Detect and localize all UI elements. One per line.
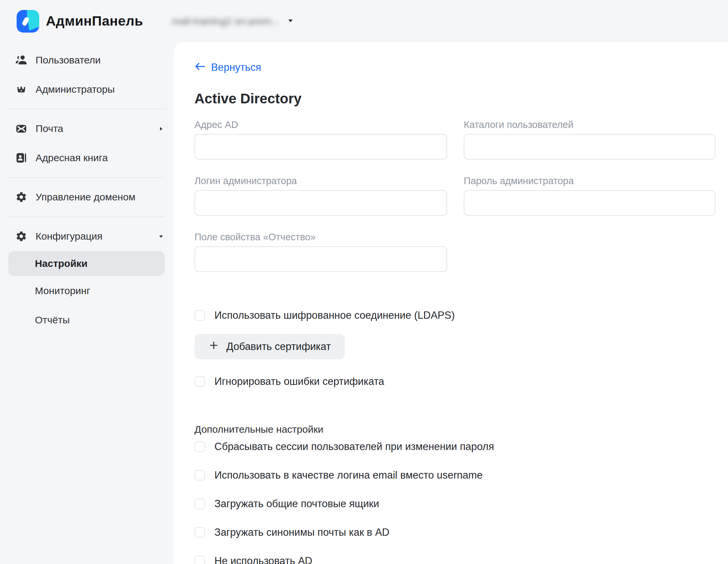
- sidebar-subitem-label: Отчёты: [35, 314, 70, 326]
- field-middle-name-property: Поле свойства «Отчество»: [194, 231, 447, 272]
- workspace-selector[interactable]: mail-training2 on-prem...: [172, 16, 294, 27]
- sidebar-divider: [8, 109, 165, 109]
- crown-icon: [15, 83, 28, 96]
- arrow-left-icon: [194, 61, 206, 73]
- admin-password-input[interactable]: [464, 190, 715, 216]
- field-label: Пароль администратора: [464, 175, 715, 187]
- user-directories-input[interactable]: [464, 134, 715, 160]
- sidebar-item-users[interactable]: Пользователи: [0, 46, 174, 75]
- gear-icon: [15, 230, 28, 243]
- email-as-login-checkbox[interactable]: [194, 470, 205, 481]
- page-title: Active Directory: [194, 91, 715, 107]
- sidebar-item-label: Пользователи: [36, 55, 101, 66]
- ignore-cert-checkbox[interactable]: [194, 376, 205, 387]
- sidebar-subitem-monitoring[interactable]: Мониторинг: [8, 278, 165, 303]
- sidebar-item-label: Администраторы: [36, 84, 115, 95]
- app-logo: [17, 10, 39, 33]
- email-as-login-checkbox-row: Использовать в качестве логина email вме…: [194, 469, 715, 482]
- shared-mailboxes-checkbox-row: Загружать общие почтовые ящики: [194, 498, 715, 510]
- field-label: Логин администратора: [194, 175, 447, 187]
- mail-aliases-checkbox-row: Загружать синонимы почты как в AD: [194, 526, 715, 539]
- sidebar-item-mail[interactable]: Почта: [0, 114, 174, 143]
- address-book-icon: [15, 152, 28, 164]
- sidebar-item-label: Конфигурация: [36, 231, 102, 242]
- checkbox-label: Не использовать AD: [214, 555, 312, 564]
- checkbox-label: Загружать общие почтовые ящики: [214, 498, 379, 510]
- field-label: Каталоги пользователей: [464, 119, 715, 131]
- ldaps-checkbox[interactable]: [194, 310, 205, 321]
- sidebar-item-label: Управление доменом: [36, 191, 135, 203]
- ldaps-checkbox-row: Использовать шифрованное соединение (LDA…: [194, 309, 715, 322]
- checkbox-label: Загружать синонимы почты как в AD: [214, 526, 390, 539]
- extra-settings-list: Сбрасывать сессии пользователей при изме…: [194, 440, 715, 564]
- chevron-right-icon: [158, 126, 164, 132]
- extra-settings-title: Дополнительные настройки: [194, 423, 715, 436]
- mail-aliases-checkbox[interactable]: [194, 527, 205, 538]
- sidebar-subitem-label: Мониторинг: [35, 285, 90, 296]
- no-ad-checkbox-row: Не использовать AD: [194, 555, 715, 564]
- sidebar-item-address-book[interactable]: Адресная книга: [0, 143, 174, 172]
- field-ad-address: Адрес AD: [194, 119, 447, 160]
- sidebar-subitem-label: Настройки: [35, 258, 87, 269]
- sidebar-subitem-reports[interactable]: Отчёты: [8, 307, 165, 333]
- app-title: АдминПанель: [46, 13, 143, 29]
- middle-name-property-input[interactable]: [194, 246, 447, 272]
- sidebar-divider: [8, 216, 165, 217]
- top-bar: АдминПанель mail-training2 on-prem...: [0, 0, 728, 42]
- field-admin-password: Пароль администратора: [464, 175, 715, 216]
- gear-icon: [15, 191, 28, 203]
- add-certificate-button[interactable]: Добавить сертификат: [194, 334, 345, 359]
- ignore-cert-checkbox-label: Игнорировать ошибки сертификата: [214, 375, 384, 388]
- no-ad-checkbox[interactable]: [194, 556, 205, 564]
- ad-address-input[interactable]: [194, 134, 447, 160]
- plus-icon: [208, 340, 219, 353]
- field-label: Адрес AD: [194, 119, 447, 131]
- sidebar-item-domain-management[interactable]: Управление доменом: [0, 182, 174, 212]
- reset-sessions-checkbox-row: Сбрасывать сессии пользователей при изме…: [194, 440, 715, 453]
- checkbox-label: Использовать в качестве логина email вме…: [214, 469, 483, 482]
- field-admin-login: Логин администратора: [194, 175, 447, 216]
- back-link[interactable]: Вернуться: [194, 61, 261, 74]
- sidebar-item-admins[interactable]: Администраторы: [0, 75, 174, 104]
- field-user-directories: Каталоги пользователей: [464, 119, 715, 160]
- field-label: Поле свойства «Отчество»: [194, 231, 447, 243]
- workspace-name: mail-training2 on-prem...: [172, 16, 280, 27]
- sidebar-item-label: Адресная книга: [36, 152, 108, 164]
- chevron-down-icon: [158, 234, 164, 239]
- mail-icon: [15, 122, 28, 135]
- sidebar-item-label: Почта: [36, 123, 63, 134]
- sidebar: Пользователи Администраторы Почта: [0, 42, 174, 564]
- sidebar-item-configuration[interactable]: Конфигурация: [0, 222, 174, 251]
- admin-login-input[interactable]: [194, 190, 447, 216]
- screen: АдминПанель mail-training2 on-prem... По…: [0, 0, 728, 564]
- content-panel: Вернуться Active Directory Адрес AD Ката…: [174, 42, 728, 564]
- ignore-cert-checkbox-row: Игнорировать ошибки сертификата: [194, 375, 715, 388]
- ldaps-checkbox-label: Использовать шифрованное соединение (LDA…: [214, 309, 455, 322]
- back-link-label: Вернуться: [211, 61, 261, 73]
- sidebar-subitem-settings[interactable]: Настройки: [8, 251, 165, 276]
- reset-sessions-checkbox[interactable]: [194, 441, 205, 452]
- users-icon: [15, 54, 28, 66]
- checkbox-label: Сбрасывать сессии пользователей при изме…: [214, 440, 494, 453]
- ad-settings-form: Адрес AD Каталоги пользователей Логин ад…: [194, 119, 715, 272]
- add-certificate-label: Добавить сертификат: [226, 341, 331, 353]
- shared-mailboxes-checkbox[interactable]: [194, 499, 205, 509]
- caret-down-icon: [287, 17, 294, 25]
- sidebar-divider: [8, 177, 165, 178]
